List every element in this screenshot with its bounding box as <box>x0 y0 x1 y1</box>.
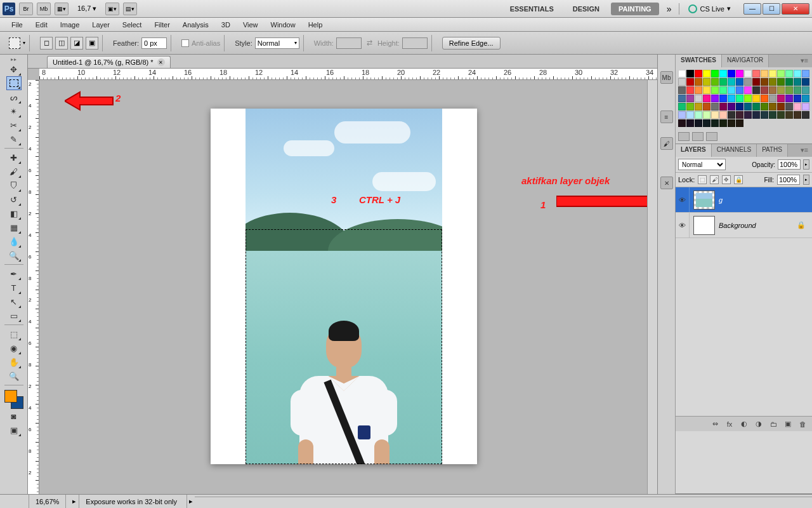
status-chevron-icon[interactable]: ▸ <box>66 495 79 508</box>
menu-filter[interactable]: Filter <box>148 19 176 30</box>
color-swatches[interactable] <box>4 390 23 409</box>
swatch[interactable] <box>695 86 702 94</box>
document-tab[interactable]: Untitled-1 @ 16,7% (g, RGB/8) * ✕ <box>47 56 171 68</box>
gradient-tool[interactable]: ▦ <box>6 220 22 234</box>
swatch[interactable] <box>728 119 735 127</box>
selection-subtract-icon[interactable]: ◪ <box>70 37 83 50</box>
new-layer-icon[interactable]: ▣ <box>782 418 794 430</box>
marquee-tool[interactable] <box>6 76 22 90</box>
menu-3d[interactable]: 3D <box>215 19 237 30</box>
dock-brushes-icon[interactable]: ≡ <box>660 110 673 123</box>
tab-paths[interactable]: PATHS <box>757 144 788 157</box>
history-brush-tool[interactable]: ↺ <box>6 192 22 206</box>
fill-chevron-icon[interactable]: ▸ <box>803 175 809 185</box>
ruler-vertical[interactable]: 2424682468246824682 <box>28 80 39 494</box>
swatch-grid[interactable] <box>676 67 812 130</box>
layer-row[interactable]: 👁 g <box>676 187 812 213</box>
swatch[interactable] <box>744 70 752 77</box>
blur-tool[interactable]: 💧 <box>6 234 22 248</box>
swatch[interactable] <box>744 95 752 102</box>
lock-pixels-icon[interactable]: 🖌 <box>710 175 719 184</box>
swatch[interactable] <box>711 78 719 86</box>
swatch[interactable] <box>777 86 785 94</box>
menu-edit[interactable]: Edit <box>29 19 54 30</box>
swatch[interactable] <box>769 95 776 102</box>
swatch[interactable] <box>711 111 719 119</box>
brush-tool[interactable]: 🖌 <box>6 164 22 178</box>
dodge-tool[interactable]: 🔍 <box>6 248 22 262</box>
swatch[interactable] <box>761 78 768 86</box>
feather-input[interactable] <box>141 37 167 49</box>
menu-analysis[interactable]: Analysis <box>176 19 215 30</box>
path-tool[interactable]: ↖ <box>6 295 22 309</box>
swatch[interactable] <box>728 86 735 94</box>
menu-view[interactable]: View <box>237 19 265 30</box>
selection-new-icon[interactable]: ◻ <box>40 37 53 50</box>
swatch[interactable] <box>728 78 735 86</box>
swatch[interactable] <box>678 86 686 94</box>
screenmode-tool[interactable]: ▣ <box>6 423 22 437</box>
canvas[interactable]: 2 3 CTRL + J aktifkan layer objek 1 <box>39 80 647 494</box>
healing-tool[interactable]: ✚ <box>6 150 22 164</box>
panel-grip-icon[interactable]: ▸▸ <box>2 56 26 62</box>
menu-help[interactable]: Help <box>302 19 329 30</box>
dock-tools-icon[interactable]: ✕ <box>660 177 673 189</box>
swatch[interactable] <box>777 95 785 102</box>
swatch[interactable] <box>802 78 809 86</box>
swatch[interactable] <box>794 70 801 77</box>
swatch[interactable] <box>785 103 793 110</box>
swatch[interactable] <box>752 78 760 86</box>
hand-tool[interactable]: ✋ <box>6 355 22 369</box>
swatch[interactable] <box>761 70 768 77</box>
stamp-tool[interactable]: ⛉ <box>6 178 22 192</box>
layer-mask-icon[interactable]: ◐ <box>738 418 750 430</box>
swatch[interactable] <box>802 70 809 77</box>
move-tool[interactable]: ✥ <box>6 62 22 76</box>
wand-tool[interactable]: ✴ <box>6 104 22 118</box>
swatch[interactable] <box>785 111 793 119</box>
swatch[interactable] <box>686 78 694 86</box>
swatch[interactable] <box>785 78 793 86</box>
swatch[interactable] <box>736 86 743 94</box>
crop-tool[interactable]: ✂ <box>6 118 22 132</box>
swatch[interactable] <box>794 78 801 86</box>
menu-window[interactable]: Window <box>265 19 302 30</box>
swatch[interactable] <box>769 111 776 119</box>
dock-brushpresets-icon[interactable]: 🖌 <box>660 137 673 150</box>
menu-layer[interactable]: Layer <box>86 19 116 30</box>
swatch[interactable] <box>777 103 785 110</box>
swatch[interactable] <box>736 95 743 102</box>
swatch[interactable] <box>703 78 710 86</box>
swatch[interactable] <box>703 111 710 119</box>
swatch[interactable] <box>802 86 809 94</box>
swatch[interactable] <box>711 86 719 94</box>
swatch[interactable] <box>794 86 801 94</box>
swatch[interactable] <box>686 111 694 119</box>
menu-select[interactable]: Select <box>116 19 148 30</box>
swatch[interactable] <box>678 78 686 86</box>
arrange-icon[interactable]: ▦▾ <box>55 3 69 15</box>
swatch[interactable] <box>703 119 710 127</box>
swatch[interactable] <box>695 95 702 102</box>
swatch[interactable] <box>761 103 768 110</box>
zoom-tool[interactable]: 🔍 <box>6 369 22 383</box>
swatch[interactable] <box>719 103 727 110</box>
tab-swatches[interactable]: SWATCHES <box>676 55 722 67</box>
workspace-essentials[interactable]: ESSENTIALS <box>502 3 561 15</box>
bridge-icon[interactable]: Br <box>19 3 33 15</box>
tab-navigator[interactable]: NAVIGATOR <box>722 55 769 67</box>
swatch[interactable] <box>736 103 743 110</box>
swatch[interactable] <box>752 111 760 119</box>
workspace-more-icon[interactable]: » <box>663 4 676 14</box>
3d-camera-tool[interactable]: ◉ <box>6 341 22 355</box>
swatch[interactable] <box>711 119 719 127</box>
opacity-chevron-icon[interactable]: ▸ <box>803 159 809 170</box>
swatch[interactable] <box>736 78 743 86</box>
type-tool[interactable]: T <box>6 281 22 295</box>
dock-minibridge-icon[interactable]: Mb <box>660 71 673 84</box>
swatch[interactable] <box>719 78 727 86</box>
minimize-button[interactable]: — <box>743 3 761 15</box>
swatch[interactable] <box>736 70 743 77</box>
layer-row[interactable]: 👁 Background 🔒 <box>676 213 812 238</box>
extras-icon[interactable]: ▤▾ <box>123 3 137 15</box>
